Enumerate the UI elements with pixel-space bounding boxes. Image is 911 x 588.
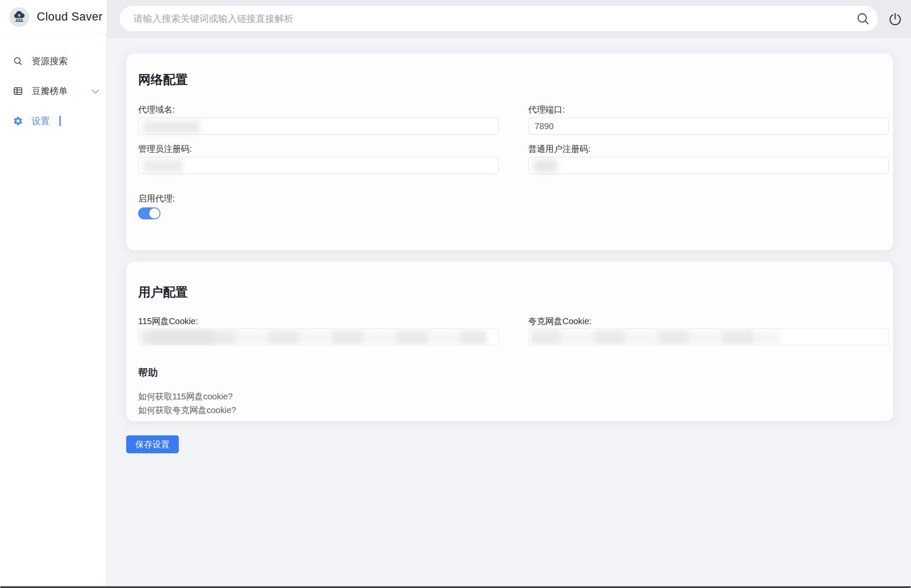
user-config-card: 用户配置 115网盘Cookie: 夸克网盘Cookie: 帮助 如何获取115… <box>126 262 893 421</box>
cookie-115-input[interactable] <box>138 328 499 346</box>
redacted-value <box>533 160 557 172</box>
redacted-value <box>143 160 183 172</box>
gear-icon <box>13 116 23 126</box>
power-icon[interactable] <box>885 9 905 29</box>
sidebar-nav: 资源搜索 豆瓣榜单 设置 <box>0 34 106 136</box>
section-title-user: 用户配置 <box>138 284 188 301</box>
sidebar: Cloud Saver 资源搜索 豆瓣榜单 <box>0 0 107 588</box>
sidebar-item-label: 设置 <box>32 115 50 127</box>
grid-icon <box>13 86 23 96</box>
app-logo <box>9 7 29 27</box>
enable-proxy-label: 启用代理: <box>138 193 175 204</box>
sidebar-item-douban-rankings[interactable]: 豆瓣榜单 <box>0 76 106 106</box>
chevron-down-icon[interactable] <box>92 86 99 94</box>
user-regcode-label: 普通用户注册码: <box>528 143 591 155</box>
top-header: 请输入搜索关键词或输入链接直接解析 <box>107 0 911 38</box>
redacted-value <box>140 330 487 345</box>
search-icon[interactable] <box>855 10 872 27</box>
redacted-value <box>530 330 781 345</box>
admin-regcode-label: 管理员注册码: <box>138 143 192 155</box>
app-title: Cloud Saver <box>37 10 103 24</box>
save-settings-button[interactable]: 保存设置 <box>126 435 179 453</box>
app-root: Cloud Saver 资源搜索 豆瓣榜单 <box>0 0 911 588</box>
app-logo-row: Cloud Saver <box>0 0 106 34</box>
redacted-value <box>143 121 200 133</box>
cookie-quark-label: 夸克网盘Cookie: <box>528 316 592 327</box>
help-link-115-cookie[interactable]: 如何获取115网盘cookie? <box>138 391 233 402</box>
sidebar-item-label: 资源搜索 <box>32 55 68 67</box>
search-input[interactable]: 请输入搜索关键词或输入链接直接解析 <box>133 12 850 25</box>
enable-proxy-toggle[interactable] <box>138 207 160 219</box>
main-content: 网络配置 代理域名: 代理端口: 管理员注册码: 普通用户注册码: 启用代理: … <box>107 38 911 588</box>
admin-regcode-input[interactable] <box>138 157 499 174</box>
toggle-knob <box>149 208 160 219</box>
cookie-115-label: 115网盘Cookie: <box>138 316 198 327</box>
search-bar[interactable]: 请输入搜索关键词或输入链接直接解析 <box>120 6 878 31</box>
network-config-card: 网络配置 代理域名: 代理端口: 管理员注册码: 普通用户注册码: 启用代理: <box>126 53 893 250</box>
proxy-port-input[interactable] <box>528 118 889 135</box>
proxy-domain-label: 代理域名: <box>138 104 175 115</box>
cloud-upload-server-logo-icon <box>12 10 27 24</box>
window-bottom-edge <box>0 586 911 588</box>
cookie-quark-input[interactable] <box>528 328 889 346</box>
section-title-network: 网络配置 <box>138 71 188 89</box>
help-link-quark-cookie[interactable]: 如何获取夸克网盘cookie? <box>138 405 236 416</box>
user-regcode-input[interactable] <box>528 157 889 174</box>
proxy-port-label: 代理端口: <box>528 104 565 115</box>
help-title: 帮助 <box>138 366 158 379</box>
search-icon <box>13 56 23 66</box>
sidebar-item-label: 豆瓣榜单 <box>32 85 68 97</box>
sidebar-item-resource-search[interactable]: 资源搜索 <box>0 46 106 76</box>
text-caret <box>59 116 61 126</box>
sidebar-item-settings[interactable]: 设置 <box>0 106 106 136</box>
